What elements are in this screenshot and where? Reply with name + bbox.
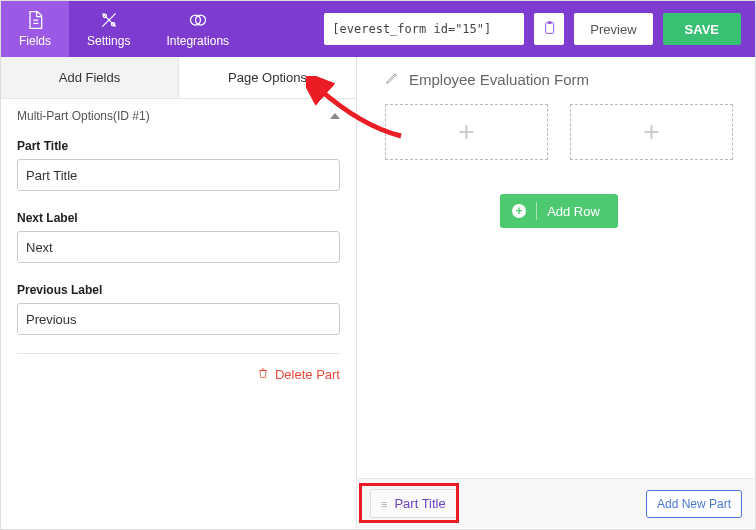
shortcode-display[interactable]: [everest_form id="15"] [324, 13, 524, 45]
next-label-input[interactable] [17, 231, 340, 263]
tab-page-options[interactable]: Page Options [179, 57, 356, 98]
next-label-label: Next Label [17, 211, 340, 225]
dropzone-right[interactable]: + [570, 104, 733, 160]
add-row-button[interactable]: + Add Row [500, 194, 618, 228]
nav-fields[interactable]: Fields [1, 1, 69, 57]
add-new-part-button[interactable]: Add New Part [646, 490, 742, 518]
sidebar-tabs: Add Fields Page Options [1, 57, 356, 99]
plus-circle-icon: + [512, 204, 526, 218]
preview-button[interactable]: Preview [574, 13, 652, 45]
nav-integrations[interactable]: Integrations [148, 1, 247, 57]
integrations-icon [188, 10, 208, 30]
form-title[interactable]: Employee Evaluation Form [409, 71, 589, 88]
clipboard-icon [541, 20, 557, 39]
svg-rect-5 [548, 21, 552, 24]
part-title-input[interactable] [17, 159, 340, 191]
part-title-label: Part Title [17, 139, 340, 153]
plus-icon: + [643, 116, 659, 148]
part-tab-1[interactable]: ≡ Part Title [370, 489, 457, 518]
parts-bar: ≡ Part Title Add New Part [358, 478, 754, 528]
multipart-section-header[interactable]: Multi-Part Options(ID #1) [1, 99, 356, 131]
nav-settings-label: Settings [87, 34, 130, 48]
save-button[interactable]: SAVE [663, 13, 741, 45]
previous-label-input[interactable] [17, 303, 340, 335]
settings-icon [99, 10, 119, 30]
top-navbar: Fields Settings Integrations [everest_fo… [1, 1, 755, 57]
nav-integrations-label: Integrations [166, 34, 229, 48]
fields-icon [25, 10, 45, 30]
drag-handle-icon: ≡ [381, 498, 386, 510]
plus-icon: + [458, 116, 474, 148]
trash-icon [257, 366, 269, 383]
separator [536, 202, 537, 220]
previous-label-label: Previous Label [17, 283, 340, 297]
nav-fields-label: Fields [19, 34, 51, 48]
copy-shortcode-button[interactable] [534, 13, 564, 45]
multipart-section-title: Multi-Part Options(ID #1) [17, 109, 150, 123]
add-row-label: Add Row [547, 204, 600, 219]
pencil-icon[interactable] [385, 71, 399, 88]
chevron-up-icon [330, 113, 340, 119]
form-canvas: Employee Evaluation Form + + + Add Row [357, 57, 755, 529]
sidebar: Add Fields Page Options Multi-Part Optio… [1, 57, 357, 529]
nav-settings[interactable]: Settings [69, 1, 148, 57]
part-tab-label: Part Title [394, 496, 445, 511]
tab-add-fields[interactable]: Add Fields [1, 57, 179, 98]
delete-part-label: Delete Part [275, 367, 340, 382]
dropzone-left[interactable]: + [385, 104, 548, 160]
svg-rect-4 [546, 22, 554, 33]
delete-part-button[interactable]: Delete Part [257, 366, 340, 383]
